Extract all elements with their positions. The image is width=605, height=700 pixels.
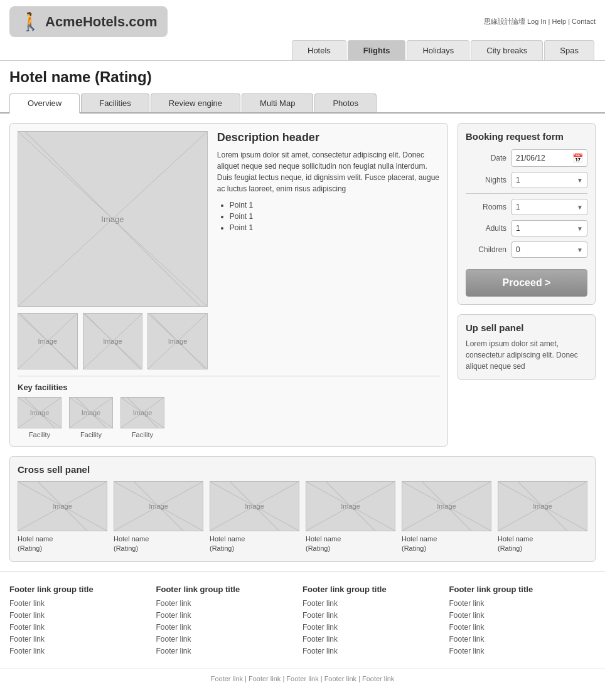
footer-link-2-5[interactable]: Footer link	[156, 647, 303, 655]
footer-link-3-3[interactable]: Footer link	[302, 623, 449, 632]
footer-link-4-5[interactable]: Footer link	[449, 647, 596, 655]
nights-label: Nights	[466, 176, 506, 184]
footer-link-3-2[interactable]: Footer link	[302, 611, 449, 620]
thumb-row: Image Image	[18, 313, 208, 369]
description-text: Description header Lorem ipsum dolor sit…	[217, 131, 440, 369]
tab-multi-map[interactable]: Multi Map	[242, 93, 313, 112]
logo[interactable]: 🚶 AcmeHotels.com	[9, 6, 168, 37]
children-value: 0	[516, 245, 520, 254]
rooms-select[interactable]: 1 ▼	[511, 199, 587, 215]
footer-link-2-1[interactable]: Footer link	[156, 599, 303, 608]
cross-sell-image-3: Image	[210, 481, 299, 531]
adults-chevron: ▼	[577, 225, 583, 232]
cross-sell-title: Cross sell panel	[18, 464, 587, 475]
nights-select[interactable]: 1 ▼	[511, 172, 587, 188]
key-facilities-items: Image Facility Image Facility	[18, 397, 440, 438]
footer-link-1-3[interactable]: Footer link	[9, 623, 156, 632]
bullet-list: Point 1 Point 1 Point 1	[230, 201, 440, 232]
cross-sell-label-2: Hotel name(Rating)	[114, 534, 203, 554]
cross-sell-image-2: Image	[114, 481, 203, 531]
adults-select[interactable]: 1 ▼	[511, 220, 587, 236]
booking-form: Booking request form Date 21/06/12 📅 Nig…	[458, 123, 596, 305]
footer-link-3-1[interactable]: Footer link	[302, 599, 449, 608]
footer-group-title-2: Footer link group title	[156, 585, 303, 594]
facility-1: Image Facility	[18, 397, 62, 438]
footer-link-2-3[interactable]: Footer link	[156, 623, 303, 632]
form-divider-1	[466, 193, 587, 194]
cross-sell-item-4[interactable]: Image Hotel name(Rating)	[306, 481, 395, 554]
rooms-chevron: ▼	[577, 204, 583, 211]
nights-row: Nights 1 ▼	[466, 172, 587, 188]
rooms-row: Rooms 1 ▼	[466, 199, 587, 215]
thumb-3: Image	[147, 313, 208, 369]
page-title: Hotel name (Rating)	[0, 61, 605, 93]
nav-item-spas[interactable]: Spas	[544, 40, 594, 60]
bullet-1: Point 1	[230, 201, 440, 209]
footer-group-title-4: Footer link group title	[449, 585, 596, 594]
facility-1-label: Facility	[18, 431, 62, 438]
footer-link-3-5[interactable]: Footer link	[302, 647, 449, 655]
tab-review-engine[interactable]: Review engine	[151, 93, 240, 112]
children-row: Children 0 ▼	[466, 241, 587, 258]
key-facilities: Key facilities Image Facility	[18, 376, 440, 438]
tab-overview[interactable]: Overview	[9, 93, 80, 114]
footer-bottom-links[interactable]: Footer link | Footer link | Footer link …	[211, 675, 395, 682]
footer-link-4-3[interactable]: Footer link	[449, 623, 596, 632]
footer-link-4-1[interactable]: Footer link	[449, 599, 596, 608]
calendar-icon[interactable]: 📅	[572, 153, 583, 163]
footer-col-4: Footer link group title Footer link Foot…	[449, 585, 596, 659]
footer-link-1-2[interactable]: Footer link	[9, 611, 156, 620]
date-input[interactable]: 21/06/12 📅	[511, 149, 587, 167]
children-select[interactable]: 0 ▼	[511, 241, 587, 258]
main-nav: Hotels Flights Holidays City breaks Spas	[0, 40, 605, 61]
top-links[interactable]: 思緣設計論壇 Log In | Help | Contact	[484, 17, 596, 26]
facility-1-img-label: Image	[30, 409, 50, 416]
footer-link-4-4[interactable]: Footer link	[449, 635, 596, 644]
cross-sell-image-6: Image	[498, 481, 587, 531]
upsell-title: Up sell panel	[466, 322, 587, 333]
description-header: Description header	[217, 131, 440, 144]
upsell-text: Lorem ipsum dolor sit amet, consectetur …	[466, 338, 587, 372]
footer-link-3-4[interactable]: Footer link	[302, 635, 449, 644]
proceed-button[interactable]: Proceed >	[466, 269, 587, 297]
nights-value: 1	[516, 176, 520, 184]
facility-2-label: Facility	[69, 431, 113, 438]
footer-link-1-4[interactable]: Footer link	[9, 635, 156, 644]
tab-facilities[interactable]: Facilities	[81, 93, 149, 112]
date-row: Date 21/06/12 📅	[466, 149, 587, 167]
thumb-3-label: Image	[168, 337, 188, 345]
footer-col-1: Footer link group title Footer link Foot…	[9, 585, 156, 659]
footer-col-3: Footer link group title Footer link Foot…	[302, 585, 449, 659]
facility-3-image: Image	[120, 397, 164, 428]
header: 🚶 AcmeHotels.com 思緣設計論壇 Log In | Help | …	[0, 0, 605, 37]
adults-label: Adults	[466, 224, 506, 233]
cross-sell-item-5[interactable]: Image Hotel name(Rating)	[402, 481, 491, 554]
cross-sell-label-3: Hotel name(Rating)	[210, 534, 299, 554]
thumb-2-label: Image	[103, 337, 122, 345]
bullet-3: Point 1	[230, 223, 440, 232]
children-chevron: ▼	[577, 247, 583, 253]
cross-sell-item-6[interactable]: Image Hotel name(Rating)	[498, 481, 587, 554]
nav-item-hotels[interactable]: Hotels	[292, 40, 346, 60]
adults-value: 1	[516, 224, 520, 233]
tab-photos[interactable]: Photos	[314, 93, 376, 112]
footer-link-1-1[interactable]: Footer link	[9, 599, 156, 608]
nav-item-citybreaks[interactable]: City breaks	[471, 40, 543, 60]
cross-sell-label-1: Hotel name(Rating)	[18, 534, 107, 554]
cross-sell-image-4: Image	[306, 481, 395, 531]
nav-item-holidays[interactable]: Holidays	[407, 40, 469, 60]
cross-sell-item-1[interactable]: Image Hotel name(Rating)	[18, 481, 107, 554]
footer-link-2-4[interactable]: Footer link	[156, 635, 303, 644]
cross-sell-label-4: Hotel name(Rating)	[306, 534, 395, 554]
cross-sell-item-3[interactable]: Image Hotel name(Rating)	[210, 481, 299, 554]
key-facilities-title: Key facilities	[18, 383, 440, 392]
nav-item-flights[interactable]: Flights	[348, 40, 406, 60]
cross-sell-grid: Image Hotel name(Rating) Image Hotel nam…	[18, 481, 587, 554]
footer-group-title-1: Footer link group title	[9, 585, 156, 594]
footer-link-2-2[interactable]: Footer link	[156, 611, 303, 620]
footer-link-4-2[interactable]: Footer link	[449, 611, 596, 620]
footer-link-1-5[interactable]: Footer link	[9, 647, 156, 655]
footer-group-title-3: Footer link group title	[302, 585, 449, 594]
cross-sell-item-2[interactable]: Image Hotel name(Rating)	[114, 481, 203, 554]
thumb-1: Image	[18, 313, 78, 369]
